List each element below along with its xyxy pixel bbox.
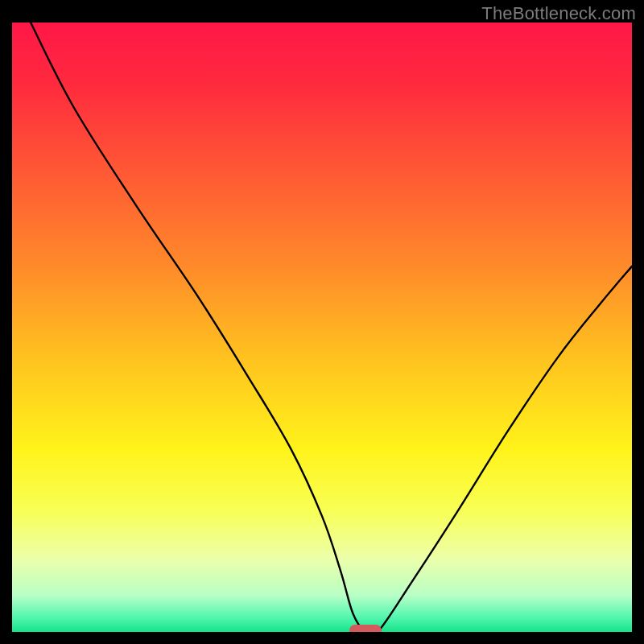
gradient-background	[12, 23, 632, 632]
watermark-label: TheBottleneck.com	[481, 3, 636, 24]
optimal-marker	[349, 625, 382, 632]
plot-svg	[12, 23, 632, 632]
chart-frame: TheBottleneck.com	[0, 0, 644, 644]
plot-area	[12, 23, 632, 632]
